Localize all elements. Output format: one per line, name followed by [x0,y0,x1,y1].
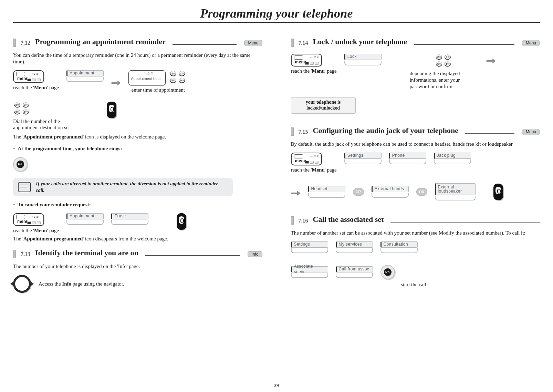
page-number: 29 [0,383,553,389]
section-body-7-16: The number of another set can be associa… [291,230,540,288]
section-title: Call the associated set [313,215,384,225]
softkey-lock: Lock [344,54,382,65]
section-body-7-13: The number of your telephone is displaye… [13,263,262,293]
intro-text: By default, the audio jack of your telep… [291,141,540,147]
intro-text: The number of your telephone is displaye… [13,263,262,270]
section-heading-7-13: 7.13 Identify the terminal you are on In… [13,248,262,258]
softkey-external-loudspeaker: External loudspeaker [435,183,476,200]
softkey-headset: Headset [308,186,345,198]
handset-icon [107,102,116,118]
intro-text: You can define the time of a temporary r… [13,52,262,65]
section-number: 7.16 [299,218,308,225]
ok-button-icon: OK [380,265,395,279]
arrow-right-icon [291,190,301,196]
menu-display-icon: ▫ ▴ ⦿ ≡ menu [13,213,44,226]
softkey-phone: Phone [389,153,426,164]
bullet-cancel-reminder: To cancel your reminder request: [13,202,262,208]
section-body-7-15: By default, the audio jack of your telep… [291,141,540,201]
section-heading-7-16: 7.16 Call the associated set [291,215,540,225]
handset-icon [177,213,186,230]
softkey-associate-services: Associate servic [291,266,328,278]
ok-button-icon: OK [13,157,28,172]
section-title: Lock / unlock your telephone [313,37,407,47]
text-appt-icon-displayed: The 'Appointment programmed' icon is dis… [13,134,262,140]
intro-text: The number of another set can be associa… [291,230,540,236]
text-appt-icon-disappears: The 'Appointment programmed' icon disapp… [13,236,262,242]
softkey-appointment: Appointment [66,70,104,82]
chapter-title: Programming your telephone [13,6,540,23]
section-title: Identify the terminal you are on [35,248,138,258]
two-column-layout: 7.12 Programming an appointment reminder… [13,37,540,374]
tab-pill-menu: Menu [522,129,540,135]
note-box: If your calls are diverted to another te… [13,178,233,196]
or-pill: OR [353,188,364,196]
caption-reach-menu: reach the 'Menu' page [13,84,59,91]
section-title: Configuring the audio jack of your telep… [313,126,459,136]
handset-icon [493,184,503,200]
caption-reach-menu: reach the 'Menu' page [291,68,337,74]
caption-reach-menu: reach the 'Menu' page [13,227,59,234]
tab-pill-menu: Menu [244,40,262,46]
caption-access-info: Access the Info page using the navigator… [39,281,124,287]
left-column: 7.12 Programming an appointment reminder… [13,37,275,374]
softkey-external-handsfree: External hands- [372,186,409,198]
result-box: your telephone is locked/unlocked [291,97,356,114]
section-body-7-14: ▫ ▴ ⦿ ≡ menu reach the 'Menu' page Lock … [291,54,540,114]
caption-enter-password: depending the displayed informations, en… [410,70,479,90]
section-number: 7.13 [21,251,30,258]
navigator-ring-icon [13,275,31,293]
softkey-settings: Settings [344,153,382,164]
menu-display-icon: ▫ ▴ ⦿ ≡ menu [291,54,322,66]
note-text: If your calls are diverted to another te… [36,180,228,194]
caption-start-call: start the call [401,281,540,288]
section-heading-7-12: 7.12 Programming an appointment reminder… [13,37,262,47]
section-heading-7-15: 7.15 Configuring the audio jack of your … [291,126,540,136]
dialpad-keys-icon [435,54,453,69]
caption-reach-menu: reach the 'Menu' page [291,167,337,173]
arrow-right-icon [486,58,496,64]
section-body-7-12: You can define the time of a temporary r… [13,52,262,242]
softkey-jack-plug: Jack plug [434,153,471,164]
bullet-phone-rings: At the programmed time, your telephone r… [13,145,262,152]
section-number: 7.14 [299,40,308,47]
section-number: 7.12 [21,40,30,47]
page: Programming your telephone 7.12 Programm… [0,0,553,392]
note-icon [18,182,31,192]
softkey-call-from-assoc: Call from assoc [336,266,373,278]
section-number: 7.15 [299,129,308,136]
softkey-consultation: Consultation [380,241,418,253]
lcd-display-icon: ⌂ ☆ ◎ ⦿ Appointment hour [128,70,166,85]
softkey-settings: Settings [291,241,328,253]
softkey-appointment: Appointment [66,213,104,225]
tab-pill-menu: Menu [522,40,540,46]
caption-enter-time: enter time of appointment [132,87,185,93]
softkey-erase: Erase [111,213,148,225]
arrow-right-icon [111,80,121,86]
section-heading-7-14: 7.14 Lock / unlock your telephone Menu [291,37,540,47]
or-pill: OR [416,188,427,196]
softkey-my-services: My services [336,241,373,253]
dialpad-keys-icon [13,102,32,117]
tab-pill-info: Info [248,251,262,257]
menu-display-icon: ▫ ▴ ⦿ ≡ menu [13,70,44,83]
section-title: Programming an appointment reminder [35,37,166,47]
right-column: 7.14 Lock / unlock your telephone Menu ▫… [289,37,540,374]
dialpad-keys-icon [169,70,188,85]
menu-display-icon: ▫ ▴ ⦿ ≡ menu [291,153,322,165]
caption-dial-number: Dial the number of the appointment desti… [13,118,72,131]
